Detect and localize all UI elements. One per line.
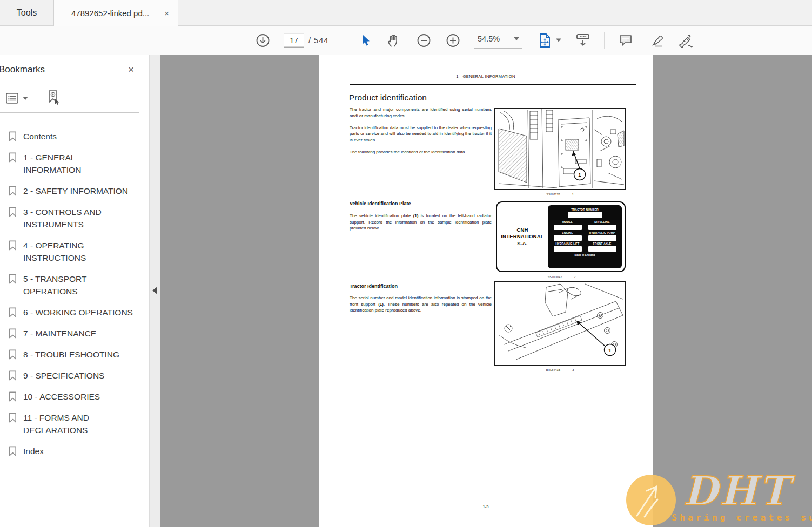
page-footer-number: 1-5 xyxy=(319,504,653,509)
plate-blank-box xyxy=(554,246,582,252)
tab-tools[interactable]: Tools xyxy=(0,0,54,26)
paragraph: Tractor identification data must be supp… xyxy=(350,125,492,144)
sidebar-splitter[interactable] xyxy=(150,55,160,527)
bookmark-icon xyxy=(8,328,18,339)
section-heading-vehicle-identification-plate: Vehicle Identification Plate xyxy=(350,201,411,206)
plate-blank-box xyxy=(554,235,582,241)
tab-document-title: 47892652-linked pd... xyxy=(71,9,163,18)
footer-rule xyxy=(350,502,636,502)
bookmark-item-controls-and-instruments[interactable]: 3 - CONTROLS AND INSTRUMENTS xyxy=(8,201,139,235)
bookmark-item-operating-instructions[interactable]: 4 - OPERATING INSTRUCTIONS xyxy=(8,235,139,268)
find-bookmark-icon xyxy=(46,89,61,105)
plate-blank-box xyxy=(554,225,582,230)
chevron-down-icon xyxy=(23,97,28,100)
bookmark-item-index[interactable]: Index xyxy=(8,441,139,462)
page-count: / 544 xyxy=(308,36,328,45)
intro-paragraphs: The tractor and major components are ide… xyxy=(350,106,492,161)
figure-1-caption: SS10J178 1 xyxy=(494,193,626,196)
toolbar-divider xyxy=(604,32,605,49)
bookmark-item-contents[interactable]: Contents xyxy=(8,126,139,147)
plate-field-front-axle: FRONT AXLE xyxy=(593,242,612,245)
bookmark-icon xyxy=(8,445,18,457)
bookmark-item-transport-operations[interactable]: 5 - TRANSPORT OPERATIONS xyxy=(8,268,139,302)
figure-2-identification-plate: CNH INTERNATIONAL S.A. TRACTOR NUMBER MO… xyxy=(496,201,626,272)
figure-3-callout: 1 xyxy=(608,347,612,353)
watermark-logo-circle xyxy=(626,475,676,525)
bookmark-item-safety-information[interactable]: 2 - SAFETY INFORMATION xyxy=(8,180,139,201)
bookmarks-panel-title: Bookmarks xyxy=(0,64,45,75)
figure-3-caption: BRL6441B 3 xyxy=(494,368,626,371)
watermark-subtitle: Sharing creates success xyxy=(672,512,812,523)
bookmark-icon xyxy=(8,273,18,285)
page-title: Product identification xyxy=(349,93,427,103)
figure-3-front-support-drawing: 1 xyxy=(494,281,626,366)
plate-blank-box xyxy=(588,246,616,252)
comment-button[interactable] xyxy=(618,33,633,48)
bookmark-icon xyxy=(8,240,18,251)
bookmarks-toolbar xyxy=(0,84,139,113)
bookmark-item-accessories[interactable]: 10 - ACCESSORIES xyxy=(8,386,139,407)
toolbar-divider xyxy=(339,32,339,49)
tab-bar: Tools 47892652-linked pd... × xyxy=(0,0,812,26)
ti-paragraph: The serial number and model identificati… xyxy=(350,295,492,319)
bookmark-icon xyxy=(8,185,18,197)
download-icon xyxy=(256,33,270,48)
options-list-icon xyxy=(5,92,19,105)
scroll-mode-button[interactable] xyxy=(575,33,591,48)
bookmark-icon xyxy=(8,131,18,142)
page-running-header: 1 - GENERAL INFORMATION xyxy=(319,74,653,79)
tab-close-icon[interactable]: × xyxy=(163,9,170,17)
download-button[interactable] xyxy=(256,33,270,48)
paragraph: The tractor and major components are ide… xyxy=(350,106,492,119)
hand-tool-button[interactable] xyxy=(387,33,401,48)
plate-panel: TRACTOR NUMBER MODEL DRIVELINE xyxy=(548,205,622,268)
document-area[interactable]: 1 - GENERAL INFORMATION Product identifi… xyxy=(160,55,812,527)
highlighter-icon xyxy=(649,33,665,48)
header-rule xyxy=(350,84,636,85)
select-tool-button[interactable] xyxy=(358,33,372,48)
tab-document[interactable]: 47892652-linked pd... × xyxy=(54,0,178,26)
fountain-pen-icon xyxy=(677,33,695,48)
watermark-arrow-icon xyxy=(626,475,676,525)
plate-field-model: MODEL xyxy=(562,220,573,224)
bookmark-item-specifications[interactable]: 9 - SPECIFICATIONS xyxy=(8,365,139,386)
figure-1-callout: 1 xyxy=(578,172,581,178)
zoom-out-button[interactable] xyxy=(417,33,431,48)
collapse-sidebar-icon[interactable] xyxy=(152,287,157,294)
zoom-in-button[interactable] xyxy=(446,33,460,48)
bookmark-item-forms-and-declarations[interactable]: 11 - FORMS AND DECLARATIONS xyxy=(8,407,139,441)
bookmarks-header: Bookmarks × xyxy=(0,55,139,84)
page-fit-dropdown[interactable] xyxy=(538,32,561,48)
bookmark-icon xyxy=(8,391,18,402)
highlight-button[interactable] xyxy=(649,33,665,48)
comment-icon xyxy=(618,33,633,48)
plate-field-hydraulic-pump: HYDRAULIC PUMP xyxy=(589,231,615,234)
bookmark-item-troubleshooting[interactable]: 8 - TROUBLESHOOTING xyxy=(8,344,139,365)
find-current-bookmark-button[interactable] xyxy=(46,89,61,107)
plate-blank-box xyxy=(568,212,602,218)
plate-blank-box xyxy=(588,225,616,230)
tab-tools-label: Tools xyxy=(17,8,37,18)
minus-icon xyxy=(417,33,431,48)
page-number-input[interactable] xyxy=(284,33,304,48)
bookmark-item-working-operations[interactable]: 6 - WORKING OPERATIONS xyxy=(8,302,139,323)
bookmarks-panel: Bookmarks × xyxy=(0,55,150,527)
zoom-level-value: 54.5% xyxy=(478,35,500,43)
bookmark-icon xyxy=(8,370,18,381)
figure-1-radiator-drawing: 1 xyxy=(494,108,626,190)
toolbar: / 544 54.5% xyxy=(0,26,812,55)
bookmarks-options-button[interactable] xyxy=(5,92,28,105)
bookmark-icon xyxy=(8,206,18,218)
plate-made-in: Made in England xyxy=(574,254,595,256)
sign-button[interactable] xyxy=(677,33,695,48)
chevron-down-icon xyxy=(514,37,519,40)
bookmark-icon xyxy=(8,152,18,163)
bookmark-icon xyxy=(8,349,18,360)
zoom-level-dropdown[interactable]: 54.5% xyxy=(474,32,522,49)
bookmark-item-general-information[interactable]: 1 - GENERAL INFORMATION xyxy=(8,147,139,180)
bookmarks-close-icon[interactable]: × xyxy=(128,64,134,75)
bookmark-item-maintenance[interactable]: 7 - MAINTENANCE xyxy=(8,323,139,344)
plate-blank-box xyxy=(588,235,616,241)
bookmark-icon xyxy=(8,307,18,318)
plate-field-hydraulic-lift: HYDRAULIC LIFT xyxy=(555,242,579,245)
